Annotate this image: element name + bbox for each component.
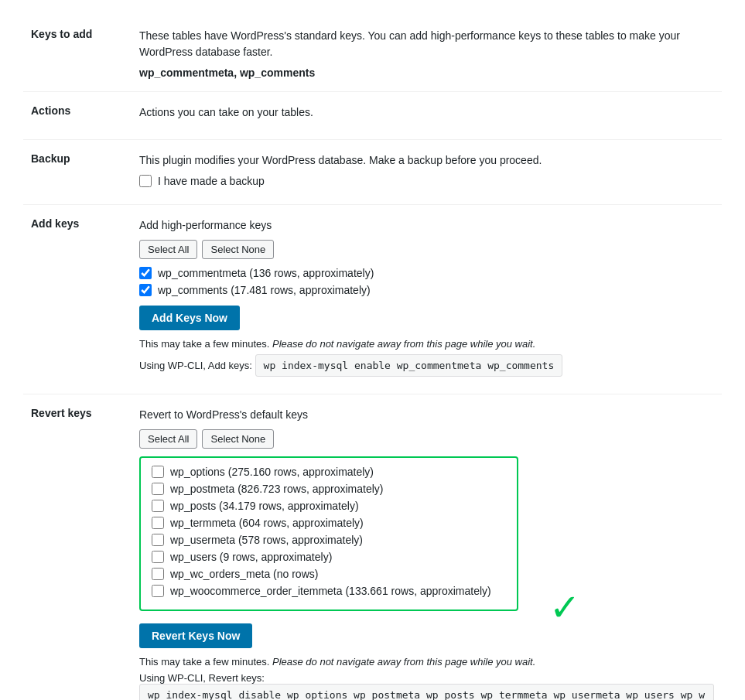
add-keys-notice-em: Please do not navigate away from this pa… [272, 338, 535, 350]
add-keys-notice: This may take a few minutes. Please do n… [139, 338, 714, 350]
add-keys-description: Add high-performance keys [139, 217, 714, 234]
checkmark-decoration: ✓ [549, 589, 580, 627]
revert-keys-checkbox-1[interactable] [152, 483, 164, 495]
revert-keys-checkbox-item-6: wp_wc_orders_meta (no rows) [152, 568, 506, 580]
keys-to-add-label: Keys to add [31, 28, 92, 40]
revert-keys-notice: This may take a few minutes. Please do n… [139, 656, 714, 668]
add-keys-checkbox-1[interactable] [139, 284, 152, 296]
revert-keys-checkbox-2[interactable] [152, 500, 164, 512]
add-keys-select-none-button[interactable]: Select None [202, 240, 274, 259]
revert-keys-btn-group: Select All Select None [139, 429, 714, 449]
revert-keys-cli-line: Using WP-CLI, Revert keys: wp index-mysq… [139, 672, 714, 700]
backup-checkbox-item: I have made a backup [139, 175, 714, 187]
revert-keys-checkbox-item-1: wp_postmeta (826.723 rows, approximately… [152, 483, 506, 495]
revert-keys-checkbox-label-6[interactable]: wp_wc_orders_meta (no rows) [170, 568, 318, 580]
add-keys-checkbox-item-1: wp_comments (17.481 rows, approximately) [139, 284, 714, 296]
revert-keys-checkbox-item-3: wp_termmeta (604 rows, approximately) [152, 517, 506, 529]
revert-keys-checkbox-label-7[interactable]: wp_woocommerce_order_itemmeta (133.661 r… [170, 585, 491, 597]
revert-keys-cli-label: Using WP-CLI, Revert keys: [139, 672, 265, 684]
revert-keys-notice-em: Please do not navigate away from this pa… [272, 656, 535, 668]
revert-keys-select-none-button[interactable]: Select None [202, 429, 274, 449]
revert-keys-checkbox-label-4[interactable]: wp_usermeta (578 rows, approximately) [170, 534, 363, 546]
backup-checkbox[interactable] [139, 175, 152, 187]
add-keys-cli-command: wp index-mysql enable wp_commentmeta wp_… [255, 354, 563, 377]
revert-keys-cli-command: wp index-mysql disable wp_options wp_pos… [139, 684, 714, 700]
revert-keys-checkbox-item-5: wp_users (9 rows, approximately) [152, 551, 506, 563]
add-keys-checkbox-label-1[interactable]: wp_comments (17.481 rows, approximately) [158, 284, 371, 296]
add-keys-checkbox-item-0: wp_commentmeta (136 rows, approximately) [139, 267, 714, 279]
add-keys-btn-group: Select All Select None [139, 240, 714, 259]
keys-to-add-description: These tables have WordPress's standard k… [139, 28, 714, 60]
revert-keys-checkbox-3[interactable] [152, 517, 164, 529]
backup-description: This plugin modifies your WordPress data… [139, 152, 714, 169]
add-keys-cli-label: Using WP-CLI, Add keys: [139, 360, 252, 371]
revert-keys-select-all-button[interactable]: Select All [139, 429, 197, 449]
revert-keys-checkbox-item-2: wp_posts (34.179 rows, approximately) [152, 500, 506, 512]
revert-keys-checkbox-5[interactable] [152, 551, 164, 563]
revert-keys-checkbox-item-4: wp_usermeta (578 rows, approximately) [152, 534, 506, 546]
revert-keys-now-button[interactable]: Revert Keys Now [139, 623, 252, 648]
add-keys-checkbox-label-0[interactable]: wp_commentmeta (136 rows, approximately) [158, 267, 374, 279]
revert-keys-label: Revert keys [31, 407, 92, 419]
revert-keys-checkbox-label-0[interactable]: wp_options (275.160 rows, approximately) [170, 466, 374, 478]
revert-keys-checkbox-label-3[interactable]: wp_termmeta (604 rows, approximately) [170, 517, 364, 529]
add-keys-now-button[interactable]: Add Keys Now [139, 306, 240, 330]
add-keys-checkbox-0[interactable] [139, 267, 152, 279]
revert-keys-checkbox-label-5[interactable]: wp_users (9 rows, approximately) [170, 551, 332, 563]
actions-label: Actions [31, 104, 70, 117]
revert-keys-description: Revert to WordPress's default keys [139, 407, 714, 423]
revert-keys-checkbox-label-1[interactable]: wp_postmeta (826.723 rows, approximately… [170, 483, 383, 495]
revert-keys-checkbox-item-0: wp_options (275.160 rows, approximately) [152, 466, 506, 478]
actions-description: Actions you can take on your tables. [139, 104, 714, 121]
add-keys-select-all-button[interactable]: Select All [139, 240, 197, 259]
revert-keys-checkbox-label-2[interactable]: wp_posts (34.179 rows, approximately) [170, 500, 359, 512]
revert-keys-checkbox-4[interactable] [152, 534, 164, 546]
add-keys-cli-line: Using WP-CLI, Add keys: wp index-mysql e… [139, 354, 714, 377]
revert-keys-checkbox-0[interactable] [152, 466, 164, 478]
keys-to-add-tables: wp_commentmeta, wp_comments [139, 67, 714, 79]
revert-keys-checkbox-container: wp_options (275.160 rows, approximately)… [139, 456, 518, 611]
add-keys-label: Add keys [31, 217, 79, 230]
revert-keys-checkbox-item-7: wp_woocommerce_order_itemmeta (133.661 r… [152, 585, 506, 597]
revert-keys-checkbox-7[interactable] [152, 585, 164, 597]
backup-checkbox-label[interactable]: I have made a backup [158, 175, 265, 187]
revert-keys-checkbox-6[interactable] [152, 568, 164, 580]
backup-label: Backup [31, 152, 70, 165]
